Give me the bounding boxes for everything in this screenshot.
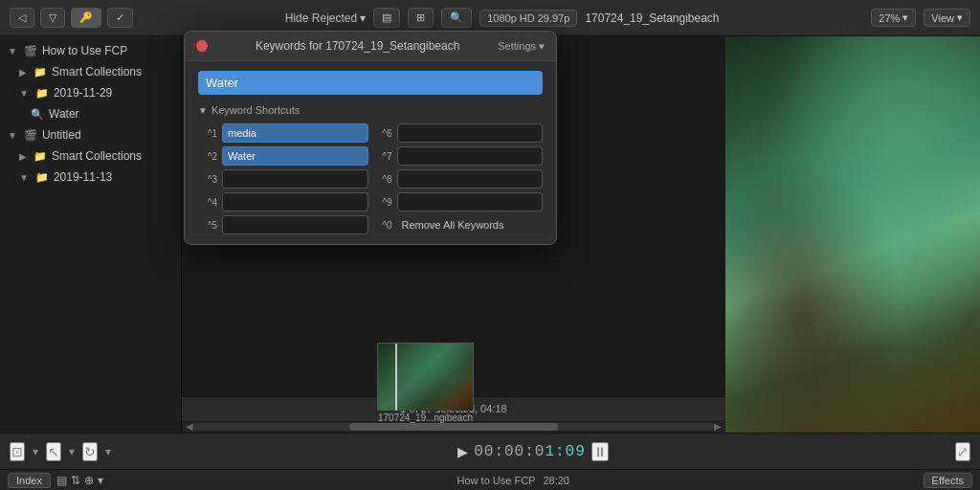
sidebar-item-smart-collections-1[interactable]: ▶ 📁 Smart Collections [0,61,181,82]
date1-chevron-icon: ▼ [19,88,29,99]
shortcuts-grid: ^1 ^2 ^3 ^4 [198,123,543,234]
shortcut-row-0: ^0 Remove All Keywords [373,215,544,234]
toolbar-center: Hide Rejected ▾ ▤ ⊞ 🔍 1080p HD 29.97p 17… [141,8,863,28]
shortcut-input-5[interactable] [222,215,368,234]
date2-chevron-icon: ▼ [19,172,29,183]
search-button[interactable]: 🔍 [441,8,472,28]
zoom-badge: 27% ▾ [871,9,916,27]
shortcut-row-1: ^1 [198,123,368,143]
dialog-titlebar: Keywords for 170724_19_Setangibeach Sett… [185,32,556,61]
scroll-thumb[interactable] [349,423,558,431]
shortcut-row-7: ^7 [373,146,544,166]
toolbar-left: ◁ ▽ 🔑 ✓ [10,8,133,28]
untitled-chevron-icon: ▼ [8,130,17,141]
clip-appearance-icon[interactable]: ▤ [56,474,67,487]
sidebar-untitled-label: Untitled [42,128,81,142]
smart-collection-icon-2: 📁 [33,150,47,163]
pause-indicator[interactable]: ⏸ [591,442,609,461]
project-duration: 28:20 [543,475,569,486]
preview-area [725,36,980,433]
timeline-center: How to Use FCP 28:20 [109,475,918,486]
transform-btn[interactable]: ↻ [82,442,98,461]
shortcut-row-4: ^4 [198,192,368,212]
redo-button[interactable]: ▽ [40,8,65,28]
timecode-suffix: 1:09 [545,443,585,460]
playback-controls: ⊡ ▾ ↖ ▾ ↻ ▾ [10,442,111,461]
play-button[interactable]: ▶ [457,444,468,459]
effects-button[interactable]: Effects [924,473,972,488]
shortcuts-left-col: ^1 ^2 ^3 ^4 [198,123,368,234]
shortcut-key-3: ^3 [198,174,217,185]
view-button[interactable]: View ▾ [924,9,970,27]
shortcut-input-1[interactable] [222,123,368,143]
smart-collection-icon-1: 📁 [33,66,47,78]
resolution-badge: 1080p HD 29.97p [479,10,577,27]
shortcut-row-3: ^3 [198,169,368,189]
scroll-left-icon[interactable]: ◀ [186,421,193,432]
library-icon: 🎬 [24,45,37,57]
arrow-tool-btn[interactable]: ↖ [46,442,61,461]
clip-name-display: 170724_19_Setangibeach [585,11,719,25]
clip-thumbnail[interactable]: 170724_19...ngibeach [377,343,474,410]
folder-icon-1: 📁 [35,87,49,100]
sidebar-item-smart-collections-2[interactable]: ▶ 📁 Smart Collections [0,145,181,167]
shortcut-key-2: ^2 [198,151,217,162]
view-toggle-2[interactable]: ⊞ [408,8,434,28]
sidebar-sc1-label: Smart Collections [52,65,142,78]
clip-height-icon[interactable]: ⇅ [71,474,80,487]
checkmark-button[interactable]: ✓ [107,8,133,28]
dialog-close-button[interactable] [196,40,208,52]
hide-rejected-button[interactable]: Hide Rejected ▾ [285,11,366,25]
shortcut-row-9: ^9 [373,192,544,212]
shortcut-key-8: ^8 [373,174,392,185]
dialog-body: ▼ Keyword Shortcuts ^1 ^2 ^3 [185,61,556,244]
playback-view-btn-1[interactable]: ⊡ [10,442,25,461]
shortcut-input-4[interactable] [222,192,368,212]
shortcut-key-5: ^5 [198,220,217,231]
shortcut-input-7[interactable] [397,146,544,166]
keyword-icon-water: 🔍 [31,108,44,121]
folder-icon-2: 📁 [35,171,49,184]
settings-icon[interactable]: ▾ [98,474,103,487]
sidebar-item-root[interactable]: ▼ 🎬 How to Use FCP [0,40,181,61]
sidebar-item-date-2[interactable]: ▼ 📁 2019-11-13 [0,167,181,188]
view-toggle-1[interactable]: ▤ [373,8,400,28]
shortcut-key-7: ^7 [373,151,392,162]
keyword-dialog: Keywords for 170724_19_Setangibeach Sett… [184,31,557,245]
keyword-button[interactable]: 🔑 [71,8,101,28]
zoom-icon[interactable]: ⊕ [84,474,94,487]
hide-rejected-chevron: ▾ [360,11,366,25]
sc2-chevron-icon: ▶ [19,151,27,162]
remove-all-button[interactable]: Remove All Keywords [397,215,509,234]
sidebar-item-date-1[interactable]: ▼ 📁 2019-11-29 [0,82,181,103]
sidebar-water-label: Water [49,107,79,121]
shortcut-input-3[interactable] [222,169,368,189]
dialog-settings-button[interactable]: Settings ▾ [498,40,545,53]
sidebar-item-untitled[interactable]: ▼ 🎬 Untitled [0,124,181,145]
shortcut-input-8[interactable] [397,169,544,189]
fullscreen-button[interactable]: ⤢ [955,442,970,461]
keyword-input[interactable] [202,73,539,93]
library-icon-2: 🎬 [24,129,37,142]
hide-rejected-label: Hide Rejected [285,11,357,25]
shortcut-input-9[interactable] [397,192,544,212]
shortcut-key-4: ^4 [198,197,217,208]
keyword-shortcuts-header: ▼ Keyword Shortcuts [198,104,543,116]
playback-bar: ⊡ ▾ ↖ ▾ ↻ ▾ ▶ 00:00:01:09 ⏸ ⤢ [0,433,980,469]
sc1-chevron-icon: ▶ [19,67,27,78]
sidebar: ▼ 🎬 How to Use FCP ▶ 📁 Smart Collections… [0,36,182,433]
shortcut-row-8: ^8 [373,169,544,189]
shortcut-input-2[interactable] [222,146,368,166]
root-chevron-icon: ▼ [8,46,17,56]
undo-button[interactable]: ◁ [10,8,34,28]
sidebar-item-water[interactable]: 🔍 Water [0,103,181,124]
shortcut-row-5: ^5 [198,215,368,234]
index-button[interactable]: Index [8,473,51,488]
timecode-prefix: 00:00:0 [474,443,545,460]
chevron-down-icon: ▾ [33,445,38,458]
shortcut-input-6[interactable] [397,123,544,143]
arrow-chevron-icon: ▾ [69,445,75,458]
shortcut-key-6: ^6 [373,128,392,139]
shortcut-key-0: ^0 [373,220,392,231]
scroll-right-icon[interactable]: ▶ [714,421,722,432]
